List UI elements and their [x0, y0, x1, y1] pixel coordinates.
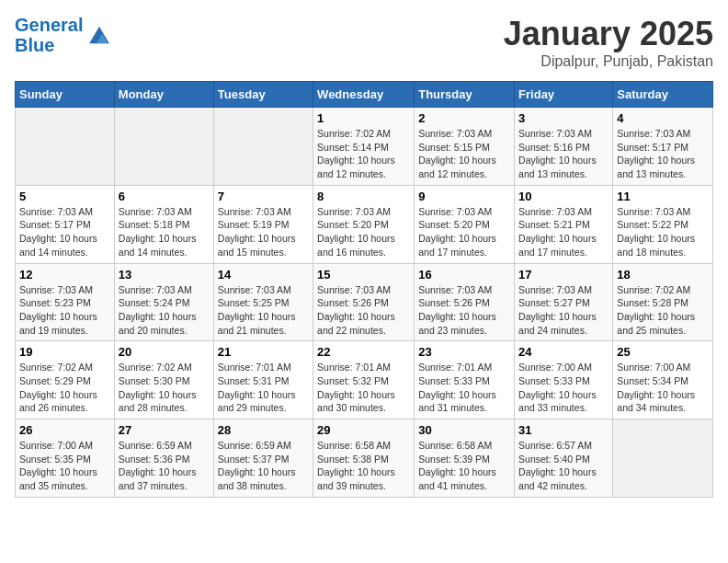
day-number: 21 [218, 345, 309, 359]
calendar-cell: 12Sunrise: 7:03 AM Sunset: 5:23 PM Dayli… [16, 263, 115, 341]
calendar-cell [213, 108, 313, 186]
weekday-header: Friday [515, 82, 613, 108]
day-number: 17 [518, 268, 609, 282]
calendar-cell: 1Sunrise: 7:02 AM Sunset: 5:14 PM Daylig… [313, 108, 415, 186]
day-info: Sunrise: 7:03 AM Sunset: 5:23 PM Dayligh… [19, 283, 110, 338]
day-info: Sunrise: 7:03 AM Sunset: 5:20 PM Dayligh… [418, 205, 510, 259]
day-info: Sunrise: 6:59 AM Sunset: 5:36 PM Dayligh… [119, 439, 210, 493]
calendar-cell: 7Sunrise: 7:03 AM Sunset: 5:19 PM Daylig… [213, 185, 313, 263]
day-info: Sunrise: 7:03 AM Sunset: 5:15 PM Dayligh… [418, 127, 510, 181]
calendar-cell [114, 108, 213, 186]
calendar-cell: 20Sunrise: 7:02 AM Sunset: 5:30 PM Dayli… [114, 341, 213, 419]
calendar-week-row: 5Sunrise: 7:03 AM Sunset: 5:17 PM Daylig… [16, 185, 713, 263]
day-info: Sunrise: 7:03 AM Sunset: 5:26 PM Dayligh… [317, 283, 410, 338]
day-info: Sunrise: 6:58 AM Sunset: 5:39 PM Dayligh… [418, 439, 510, 493]
day-number: 14 [218, 268, 309, 282]
calendar-cell [16, 108, 115, 186]
calendar-cell: 4Sunrise: 7:03 AM Sunset: 5:17 PM Daylig… [613, 108, 713, 186]
calendar-cell [613, 419, 713, 498]
day-number: 28 [218, 423, 309, 437]
day-number: 5 [19, 190, 110, 203]
calendar-cell: 21Sunrise: 7:01 AM Sunset: 5:31 PM Dayli… [213, 341, 313, 419]
day-number: 27 [119, 423, 210, 437]
day-number: 3 [518, 111, 609, 125]
calendar-title: January 2025 [504, 15, 713, 53]
calendar-cell: 13Sunrise: 7:03 AM Sunset: 5:24 PM Dayli… [114, 263, 213, 341]
calendar-cell: 5Sunrise: 7:03 AM Sunset: 5:17 PM Daylig… [16, 185, 115, 263]
day-info: Sunrise: 7:00 AM Sunset: 5:33 PM Dayligh… [518, 361, 609, 415]
day-info: Sunrise: 7:03 AM Sunset: 5:19 PM Dayligh… [218, 205, 309, 259]
calendar-cell: 22Sunrise: 7:01 AM Sunset: 5:32 PM Dayli… [313, 341, 415, 419]
day-number: 30 [418, 423, 510, 437]
day-number: 26 [19, 423, 110, 437]
calendar-cell: 30Sunrise: 6:58 AM Sunset: 5:39 PM Dayli… [415, 419, 515, 498]
day-info: Sunrise: 6:59 AM Sunset: 5:37 PM Dayligh… [218, 439, 309, 493]
day-info: Sunrise: 7:03 AM Sunset: 5:21 PM Dayligh… [518, 205, 609, 259]
day-number: 1 [317, 111, 410, 125]
day-number: 8 [317, 190, 410, 203]
logo-blue: Blue [15, 35, 54, 55]
calendar-cell: 11Sunrise: 7:03 AM Sunset: 5:22 PM Dayli… [613, 185, 713, 263]
day-number: 10 [518, 190, 609, 203]
weekday-header: Thursday [415, 82, 515, 108]
calendar-subtitle: Dipalpur, Punjab, Pakistan [504, 53, 713, 70]
calendar-cell: 28Sunrise: 6:59 AM Sunset: 5:37 PM Dayli… [213, 419, 313, 498]
calendar-cell: 10Sunrise: 7:03 AM Sunset: 5:21 PM Dayli… [515, 185, 613, 263]
logo-text: General Blue [15, 15, 83, 55]
weekday-header: Sunday [16, 82, 115, 108]
day-info: Sunrise: 7:00 AM Sunset: 5:35 PM Dayligh… [19, 439, 110, 493]
logo-icon [86, 22, 112, 48]
day-number: 11 [617, 190, 709, 203]
calendar-cell: 8Sunrise: 7:03 AM Sunset: 5:20 PM Daylig… [313, 185, 415, 263]
weekday-header: Saturday [613, 82, 713, 108]
calendar-cell: 31Sunrise: 6:57 AM Sunset: 5:40 PM Dayli… [515, 419, 613, 498]
weekday-header: Tuesday [213, 82, 313, 108]
calendar-cell: 16Sunrise: 7:03 AM Sunset: 5:26 PM Dayli… [415, 263, 515, 341]
day-info: Sunrise: 7:03 AM Sunset: 5:27 PM Dayligh… [518, 283, 609, 338]
day-info: Sunrise: 7:03 AM Sunset: 5:16 PM Dayligh… [518, 127, 609, 181]
calendar-cell: 17Sunrise: 7:03 AM Sunset: 5:27 PM Dayli… [515, 263, 613, 341]
day-number: 12 [19, 268, 110, 282]
calendar-cell: 27Sunrise: 6:59 AM Sunset: 5:36 PM Dayli… [114, 419, 213, 498]
day-info: Sunrise: 7:02 AM Sunset: 5:30 PM Dayligh… [119, 361, 210, 415]
calendar-week-row: 12Sunrise: 7:03 AM Sunset: 5:23 PM Dayli… [16, 263, 713, 341]
day-number: 7 [218, 190, 309, 203]
day-info: Sunrise: 7:01 AM Sunset: 5:33 PM Dayligh… [418, 361, 510, 415]
day-info: Sunrise: 7:02 AM Sunset: 5:29 PM Dayligh… [19, 361, 110, 415]
day-info: Sunrise: 7:02 AM Sunset: 5:28 PM Dayligh… [617, 283, 709, 338]
day-info: Sunrise: 7:03 AM Sunset: 5:24 PM Dayligh… [119, 283, 210, 338]
day-number: 6 [119, 190, 210, 203]
day-info: Sunrise: 7:03 AM Sunset: 5:26 PM Dayligh… [418, 283, 510, 338]
calendar-cell: 6Sunrise: 7:03 AM Sunset: 5:18 PM Daylig… [114, 185, 213, 263]
day-number: 24 [518, 345, 609, 359]
day-number: 31 [518, 423, 609, 437]
calendar-cell: 19Sunrise: 7:02 AM Sunset: 5:29 PM Dayli… [16, 341, 115, 419]
day-number: 9 [418, 190, 510, 203]
calendar-cell: 26Sunrise: 7:00 AM Sunset: 5:35 PM Dayli… [16, 419, 115, 498]
day-info: Sunrise: 7:03 AM Sunset: 5:17 PM Dayligh… [617, 127, 709, 181]
day-info: Sunrise: 7:03 AM Sunset: 5:18 PM Dayligh… [119, 205, 210, 259]
day-info: Sunrise: 7:03 AM Sunset: 5:22 PM Dayligh… [617, 205, 709, 259]
day-number: 19 [19, 345, 110, 359]
day-info: Sunrise: 7:01 AM Sunset: 5:32 PM Dayligh… [317, 361, 410, 415]
day-info: Sunrise: 7:03 AM Sunset: 5:17 PM Dayligh… [19, 205, 110, 259]
day-number: 20 [119, 345, 210, 359]
day-number: 18 [617, 268, 709, 282]
weekday-header: Monday [114, 82, 213, 108]
day-number: 4 [617, 111, 709, 125]
calendar-table: SundayMondayTuesdayWednesdayThursdayFrid… [15, 81, 713, 498]
logo: General Blue [15, 15, 112, 55]
calendar-cell: 23Sunrise: 7:01 AM Sunset: 5:33 PM Dayli… [415, 341, 515, 419]
calendar-cell: 29Sunrise: 6:58 AM Sunset: 5:38 PM Dayli… [313, 419, 415, 498]
logo-general: General [15, 15, 83, 35]
calendar-cell: 25Sunrise: 7:00 AM Sunset: 5:34 PM Dayli… [613, 341, 713, 419]
day-number: 2 [418, 111, 510, 125]
day-info: Sunrise: 7:03 AM Sunset: 5:25 PM Dayligh… [218, 283, 309, 338]
calendar-week-row: 1Sunrise: 7:02 AM Sunset: 5:14 PM Daylig… [16, 108, 713, 186]
day-number: 25 [617, 345, 709, 359]
day-info: Sunrise: 7:03 AM Sunset: 5:20 PM Dayligh… [317, 205, 410, 259]
day-number: 22 [317, 345, 410, 359]
day-info: Sunrise: 7:00 AM Sunset: 5:34 PM Dayligh… [617, 361, 709, 415]
day-info: Sunrise: 7:02 AM Sunset: 5:14 PM Dayligh… [317, 127, 410, 181]
calendar-cell: 2Sunrise: 7:03 AM Sunset: 5:15 PM Daylig… [415, 108, 515, 186]
